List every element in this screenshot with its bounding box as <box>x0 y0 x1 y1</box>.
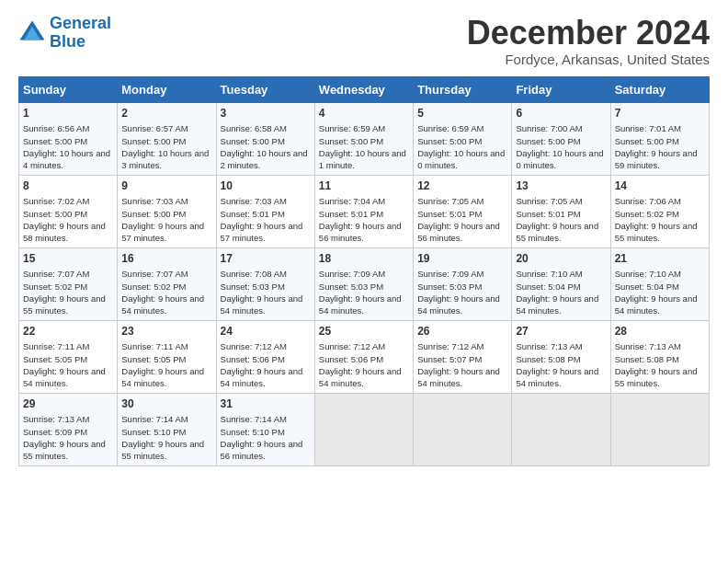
sunrise-label: Sunrise: 7:13 AM <box>23 414 89 424</box>
day-number: 20 <box>516 251 606 267</box>
day-cell: 26Sunrise: 7:12 AMSunset: 5:07 PMDayligh… <box>414 320 512 393</box>
sunset-label: Sunset: 5:00 PM <box>121 136 186 146</box>
day-cell: 4Sunrise: 6:59 AMSunset: 5:00 PMDaylight… <box>314 102 413 175</box>
day-cell: 9Sunrise: 7:03 AMSunset: 5:00 PMDaylight… <box>118 175 216 247</box>
sunset-label: Sunset: 5:05 PM <box>121 354 186 364</box>
sunrise-label: Sunrise: 7:08 AM <box>221 269 287 279</box>
day-cell: 14Sunrise: 7:06 AMSunset: 5:02 PMDayligh… <box>610 175 709 247</box>
logo-text: General Blue <box>50 15 111 52</box>
header-cell-tuesday: Tuesday <box>216 76 314 102</box>
sunrise-label: Sunrise: 7:12 AM <box>221 341 287 351</box>
day-cell: 31Sunrise: 7:14 AMSunset: 5:10 PMDayligh… <box>216 393 314 465</box>
sunset-label: Sunset: 5:00 PM <box>516 136 580 146</box>
day-cell: 16Sunrise: 7:07 AMSunset: 5:02 PMDayligh… <box>118 247 216 320</box>
daylight-label: Daylight: 9 hours and 55 minutes. <box>121 439 204 461</box>
sunrise-label: Sunrise: 6:57 AM <box>121 123 188 133</box>
day-cell <box>314 393 413 465</box>
sunrise-label: Sunrise: 7:07 AM <box>121 269 188 279</box>
sunrise-label: Sunrise: 6:56 AM <box>23 123 89 133</box>
day-number: 7 <box>615 106 705 121</box>
daylight-label: Daylight: 9 hours and 58 minutes. <box>23 221 106 243</box>
calendar-body: 1Sunrise: 6:56 AMSunset: 5:00 PMDaylight… <box>19 102 710 465</box>
day-number: 18 <box>319 251 409 267</box>
sunset-label: Sunset: 5:02 PM <box>23 282 87 292</box>
daylight-label: Daylight: 9 hours and 54 minutes. <box>121 366 204 388</box>
sunset-label: Sunset: 5:09 PM <box>23 427 87 437</box>
daylight-label: Daylight: 10 hours and 0 minutes. <box>417 148 505 170</box>
day-cell: 12Sunrise: 7:05 AMSunset: 5:01 PMDayligh… <box>414 175 512 247</box>
sunrise-label: Sunrise: 7:14 AM <box>121 414 188 424</box>
sunset-label: Sunset: 5:10 PM <box>121 427 186 437</box>
daylight-label: Daylight: 9 hours and 54 minutes. <box>23 366 106 388</box>
day-number: 25 <box>319 324 409 339</box>
daylight-label: Daylight: 9 hours and 56 minutes. <box>417 221 500 243</box>
sunset-label: Sunset: 5:08 PM <box>615 354 679 364</box>
day-number: 19 <box>417 251 507 267</box>
title-area: December 2024 Fordyce, Arkansas, United … <box>467 15 710 67</box>
daylight-label: Daylight: 9 hours and 54 minutes. <box>615 293 698 316</box>
sunrise-label: Sunrise: 6:59 AM <box>417 123 483 133</box>
sunset-label: Sunset: 5:01 PM <box>319 209 383 219</box>
sunrise-label: Sunrise: 7:12 AM <box>417 341 483 351</box>
sunrise-label: Sunrise: 7:05 AM <box>516 196 582 206</box>
sunset-label: Sunset: 5:01 PM <box>417 209 482 219</box>
day-cell: 17Sunrise: 7:08 AMSunset: 5:03 PMDayligh… <box>216 247 314 320</box>
daylight-label: Daylight: 10 hours and 4 minutes. <box>23 148 110 170</box>
day-cell: 20Sunrise: 7:10 AMSunset: 5:04 PMDayligh… <box>512 247 610 320</box>
day-number: 11 <box>319 178 409 194</box>
day-number: 16 <box>121 251 211 267</box>
day-number: 27 <box>516 324 606 339</box>
week-row-1: 1Sunrise: 6:56 AMSunset: 5:00 PMDaylight… <box>19 102 710 175</box>
sunrise-label: Sunrise: 7:03 AM <box>121 196 188 206</box>
sunset-label: Sunset: 5:08 PM <box>516 354 580 364</box>
day-cell: 27Sunrise: 7:13 AMSunset: 5:08 PMDayligh… <box>512 320 610 393</box>
sunset-label: Sunset: 5:06 PM <box>221 354 285 364</box>
daylight-label: Daylight: 9 hours and 54 minutes. <box>319 293 402 316</box>
header-cell-friday: Friday <box>512 76 610 102</box>
day-cell: 21Sunrise: 7:10 AMSunset: 5:04 PMDayligh… <box>610 247 709 320</box>
sunset-label: Sunset: 5:02 PM <box>615 209 679 219</box>
calendar-header-row: SundayMondayTuesdayWednesdayThursdayFrid… <box>19 76 710 102</box>
day-cell: 18Sunrise: 7:09 AMSunset: 5:03 PMDayligh… <box>314 247 413 320</box>
day-cell: 13Sunrise: 7:05 AMSunset: 5:01 PMDayligh… <box>512 175 610 247</box>
sunrise-label: Sunrise: 7:00 AM <box>516 123 582 133</box>
sunrise-label: Sunrise: 7:02 AM <box>23 196 89 206</box>
day-number: 1 <box>23 106 113 121</box>
daylight-label: Daylight: 9 hours and 55 minutes. <box>516 221 598 243</box>
logo-line2: Blue <box>50 32 85 51</box>
sunrise-label: Sunrise: 7:04 AM <box>319 196 385 206</box>
sunrise-label: Sunrise: 7:13 AM <box>615 341 681 351</box>
sunset-label: Sunset: 5:01 PM <box>516 209 580 219</box>
day-number: 23 <box>121 324 211 339</box>
sunrise-label: Sunrise: 7:01 AM <box>615 123 681 133</box>
day-cell: 29Sunrise: 7:13 AMSunset: 5:09 PMDayligh… <box>19 393 118 465</box>
day-cell: 8Sunrise: 7:02 AMSunset: 5:00 PMDaylight… <box>19 175 118 247</box>
sunset-label: Sunset: 5:00 PM <box>615 136 679 146</box>
sunrise-label: Sunrise: 7:06 AM <box>615 196 681 206</box>
week-row-5: 29Sunrise: 7:13 AMSunset: 5:09 PMDayligh… <box>19 393 710 465</box>
day-cell: 24Sunrise: 7:12 AMSunset: 5:06 PMDayligh… <box>216 320 314 393</box>
week-row-3: 15Sunrise: 7:07 AMSunset: 5:02 PMDayligh… <box>19 247 710 320</box>
day-cell: 1Sunrise: 6:56 AMSunset: 5:00 PMDaylight… <box>19 102 118 175</box>
day-cell <box>610 393 709 465</box>
daylight-label: Daylight: 9 hours and 55 minutes. <box>615 366 698 388</box>
sunrise-label: Sunrise: 7:05 AM <box>417 196 483 206</box>
daylight-label: Daylight: 9 hours and 55 minutes. <box>615 221 698 243</box>
sunset-label: Sunset: 5:03 PM <box>417 282 482 292</box>
daylight-label: Daylight: 9 hours and 54 minutes. <box>121 293 204 316</box>
daylight-label: Daylight: 9 hours and 59 minutes. <box>615 148 698 170</box>
sunset-label: Sunset: 5:00 PM <box>121 209 186 219</box>
day-number: 12 <box>417 178 507 194</box>
day-number: 31 <box>221 396 311 412</box>
day-cell: 22Sunrise: 7:11 AMSunset: 5:05 PMDayligh… <box>19 320 118 393</box>
day-cell: 28Sunrise: 7:13 AMSunset: 5:08 PMDayligh… <box>610 320 709 393</box>
sunset-label: Sunset: 5:01 PM <box>221 209 285 219</box>
day-cell <box>512 393 610 465</box>
day-cell: 25Sunrise: 7:12 AMSunset: 5:06 PMDayligh… <box>314 320 413 393</box>
sunset-label: Sunset: 5:04 PM <box>516 282 580 292</box>
sunrise-label: Sunrise: 7:10 AM <box>615 269 681 279</box>
week-row-4: 22Sunrise: 7:11 AMSunset: 5:05 PMDayligh… <box>19 320 710 393</box>
sunrise-label: Sunrise: 7:07 AM <box>23 269 89 279</box>
daylight-label: Daylight: 9 hours and 54 minutes. <box>221 293 303 316</box>
daylight-label: Daylight: 10 hours and 3 minutes. <box>121 148 209 170</box>
